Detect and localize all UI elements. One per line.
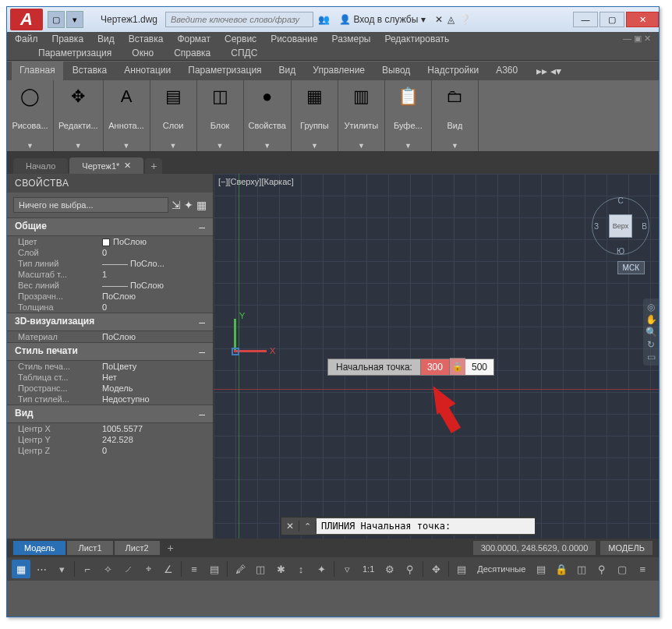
clean-screen-icon[interactable]: ▢ — [613, 560, 631, 578]
grid-icon[interactable]: ▦ — [12, 560, 30, 578]
add-tab-button[interactable]: + — [145, 158, 162, 174]
property-value[interactable]: 1 — [99, 270, 213, 279]
command-input[interactable] — [317, 518, 535, 534]
viewcube-west[interactable]: З — [594, 222, 599, 231]
viewcube-face[interactable]: Верх — [609, 214, 632, 238]
property-value[interactable]: 0 — [99, 446, 213, 455]
property-value[interactable]: 0 — [99, 248, 213, 257]
exchange-icon[interactable]: ✕ — [435, 14, 443, 25]
ribbon-tab-home[interactable]: Главная — [12, 62, 63, 80]
property-row[interactable]: Тип стилей...Недоступно — [7, 394, 213, 405]
chevron-down-icon[interactable]: ▼ — [311, 142, 318, 150]
property-row[interactable]: Стиль печа...ПоЦвету — [7, 361, 213, 372]
ribbon-tab-addins[interactable]: Надстройки — [419, 62, 486, 80]
chevron-down-icon[interactable]: ▼ — [27, 142, 34, 150]
otrack-icon[interactable]: ∠ — [159, 560, 178, 578]
orbit-icon[interactable]: ↻ — [644, 339, 658, 350]
property-row[interactable]: Центр Z0 — [7, 445, 213, 456]
dynamic-input-x[interactable]: 300 — [421, 359, 450, 376]
cmd-history-icon[interactable]: ⌃ — [299, 521, 317, 532]
chevron-down-icon[interactable]: ▼ — [170, 142, 177, 150]
tab-drawing1[interactable]: Чертеж1*✕ — [69, 157, 143, 174]
ribbon-tab-more[interactable]: ▸▸ ◂▾ — [529, 62, 569, 80]
property-category[interactable]: Общие– — [7, 217, 213, 236]
property-row[interactable]: Таблица ст...Нет — [7, 372, 213, 383]
ribbon-panel-9[interactable]: 🗀Вид▼ — [432, 80, 479, 151]
chevron-down-icon[interactable]: ▼ — [217, 142, 224, 150]
quickselect-icon[interactable]: ⇲ — [172, 199, 181, 211]
space-toggle[interactable]: МОДЕЛЬ — [600, 541, 653, 555]
lock-icon[interactable]: 🔒 — [450, 358, 465, 376]
ribbon-tab-insert[interactable]: Вставка — [65, 62, 115, 80]
collapse-icon[interactable]: – — [199, 408, 205, 420]
menu-parametric[interactable]: Параметризация — [38, 48, 111, 58]
add-layout-button[interactable]: + — [161, 542, 180, 554]
property-value[interactable]: 0 — [99, 302, 213, 312]
zoom-icon[interactable]: 🔍 — [644, 327, 658, 337]
menu-dimension[interactable]: Размеры — [332, 34, 371, 44]
annovis-icon[interactable]: ⚲ — [401, 560, 419, 578]
selection-combo[interactable]: Ничего не выбра... — [13, 197, 168, 213]
property-row[interactable]: Масштаб т...1 — [7, 269, 213, 280]
property-row[interactable]: Центр X1005.5577 — [7, 423, 213, 434]
transparency-icon[interactable]: ▤ — [205, 560, 224, 578]
quickprops-icon[interactable]: ▤ — [532, 560, 550, 578]
property-row[interactable]: ЦветПоСлою — [7, 236, 213, 247]
help-search-input[interactable] — [165, 12, 313, 27]
property-category[interactable]: 3D-визуализация– — [7, 313, 213, 331]
ribbon-panel-0[interactable]: ◯Рисова...▼ — [7, 80, 54, 151]
tab-start[interactable]: Начало — [13, 158, 68, 174]
property-value[interactable]: 242.528 — [99, 435, 213, 444]
property-category[interactable]: Стиль печати– — [7, 342, 213, 361]
close-icon[interactable]: ✕ — [124, 161, 131, 171]
viewcube-north[interactable]: С — [617, 196, 623, 205]
ribbon-panel-6[interactable]: ▦Группы▼ — [292, 80, 338, 151]
customize-icon[interactable]: ≡ — [633, 560, 652, 578]
property-value[interactable]: ПоСлою — [99, 292, 213, 301]
property-row[interactable]: МатериалПоСлою — [7, 331, 213, 342]
viewport-label[interactable]: [−][Сверху][Каркас] — [218, 177, 294, 186]
infer-icon[interactable]: ▾ — [52, 560, 71, 578]
menu-modify[interactable]: Редактировать — [384, 34, 449, 44]
property-value[interactable]: ПоСлою — [99, 237, 213, 246]
3dosnap-icon[interactable]: ◫ — [251, 560, 270, 578]
selectobjects-icon[interactable]: ▦ — [196, 199, 207, 211]
menu-format[interactable]: Формат — [177, 34, 210, 44]
property-row[interactable]: Толщина0 — [7, 302, 213, 313]
annoscale-icon[interactable]: ▿ — [338, 560, 356, 578]
property-row[interactable]: Прозрачн...ПоСлою — [7, 291, 213, 302]
minimize-button[interactable]: — — [573, 12, 598, 27]
property-row[interactable]: Слой0 — [7, 247, 213, 258]
menu-insert[interactable]: Вставка — [129, 34, 164, 44]
pan-icon[interactable]: ✋ — [644, 314, 658, 325]
binoculars-icon[interactable]: 👥 — [318, 14, 330, 25]
menu-tools[interactable]: Сервис — [225, 34, 256, 44]
tab-sheet2[interactable]: Лист2 — [115, 541, 160, 555]
ribbon-tab-output[interactable]: Вывод — [374, 62, 418, 80]
iso-view-icon[interactable]: ◫ — [572, 560, 591, 578]
ribbon-panel-2[interactable]: AАннота...▼ — [104, 80, 150, 151]
gear-icon[interactable]: ⚙ — [380, 560, 399, 578]
ribbon-panel-8[interactable]: 📋Буфе...▼ — [385, 80, 432, 151]
lineweight-icon[interactable]: ≡ — [185, 560, 203, 578]
property-category[interactable]: Вид– — [7, 405, 213, 423]
ribbon-panel-1[interactable]: ✥Редакти...▼ — [54, 80, 104, 151]
iso-icon[interactable]: ⟋ — [118, 560, 137, 578]
app-logo[interactable]: A — [10, 9, 43, 30]
filtering-icon[interactable]: ↕ — [292, 560, 310, 578]
login-link[interactable]: 👤 Вход в службы ▾ — [339, 14, 426, 25]
wheel-icon[interactable]: ◎ — [644, 302, 658, 313]
dynamic-ucs-icon[interactable]: ✱ — [271, 560, 290, 578]
ribbon-tab-parametric[interactable]: Параметризация — [180, 62, 269, 80]
menu-edit[interactable]: Правка — [52, 34, 84, 44]
viewcube[interactable]: С Ю В З Верх — [592, 197, 649, 255]
menu-help[interactable]: Справка — [174, 48, 210, 58]
property-value[interactable]: 1005.5577 — [99, 424, 213, 433]
ribbon-tab-view[interactable]: Вид — [271, 62, 304, 80]
property-value[interactable]: ——— ПоСло... — [99, 259, 213, 268]
ribbon-panel-5[interactable]: ●Свойства▼ — [244, 80, 292, 151]
new-icon[interactable]: ▢ — [48, 11, 65, 28]
ortho-icon[interactable]: ⌐ — [78, 560, 97, 578]
ribbon-panel-3[interactable]: ▤Слои▼ — [150, 80, 197, 151]
viewcube-east[interactable]: В — [642, 222, 647, 231]
